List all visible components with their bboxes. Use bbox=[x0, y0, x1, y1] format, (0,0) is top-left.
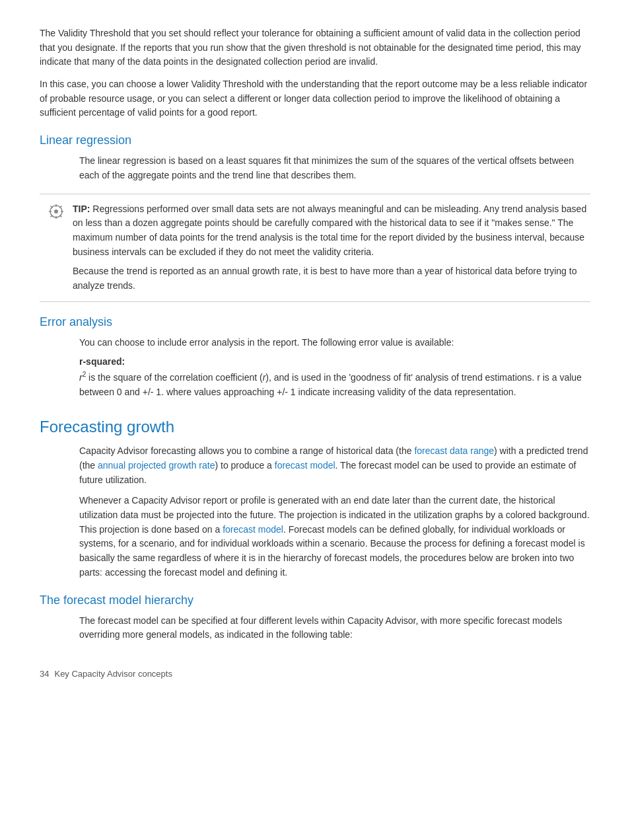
forecast-model-hierarchy-para: The forecast model can be specified at f… bbox=[79, 614, 590, 642]
tip-icon bbox=[40, 202, 73, 219]
forecasting-growth-para2: Whenever a Capacity Advisor report or pr… bbox=[79, 494, 590, 580]
error-analysis-para1: You can choose to include error analysis… bbox=[79, 336, 590, 350]
svg-line-6 bbox=[51, 206, 53, 208]
forecasting-growth-heading: Forecasting growth bbox=[40, 418, 590, 436]
annual-projected-growth-rate-link[interactable]: annual projected growth rate bbox=[98, 460, 215, 471]
tip-content: TIP: Regressions performed over small da… bbox=[73, 202, 590, 293]
svg-point-1 bbox=[54, 210, 58, 213]
forecast-model-link2[interactable]: forecast model bbox=[223, 524, 283, 535]
intro-para-2: In this case, you can choose a lower Val… bbox=[40, 77, 590, 120]
footer-section-title: Key Capacity Advisor concepts bbox=[54, 669, 172, 679]
error-analysis-para2: r2 is the square of the correlation coef… bbox=[79, 369, 590, 399]
error-analysis-heading: Error analysis bbox=[40, 315, 590, 329]
forecast-model-link1[interactable]: forecast model bbox=[275, 460, 335, 471]
rsquared-label: r-squared: bbox=[79, 356, 590, 367]
forecast-data-range-link[interactable]: forecast data range bbox=[414, 445, 494, 456]
tip-label: TIP: bbox=[73, 204, 90, 214]
intro-para-1: The Validity Threshold that you set shou… bbox=[40, 26, 590, 69]
tip-text: Regressions performed over small data se… bbox=[73, 204, 586, 257]
page-number: 34 bbox=[40, 669, 49, 679]
tip-box: TIP: Regressions performed over small da… bbox=[40, 194, 590, 302]
forecasting-growth-para1: Capacity Advisor forecasting allows you … bbox=[79, 444, 590, 487]
page-footer: 34 Key Capacity Advisor concepts bbox=[40, 669, 590, 679]
linear-regression-heading: Linear regression bbox=[40, 134, 590, 147]
linear-regression-para: The linear regression is based on a leas… bbox=[79, 154, 590, 182]
forecast-model-hierarchy-heading: The forecast model hierarchy bbox=[40, 593, 590, 607]
svg-line-9 bbox=[51, 215, 53, 217]
svg-line-8 bbox=[60, 206, 62, 208]
tip-para2: Because the trend is reported as an annu… bbox=[73, 264, 590, 293]
svg-line-7 bbox=[60, 215, 62, 217]
page-container: The Validity Threshold that you set shou… bbox=[0, 0, 630, 718]
